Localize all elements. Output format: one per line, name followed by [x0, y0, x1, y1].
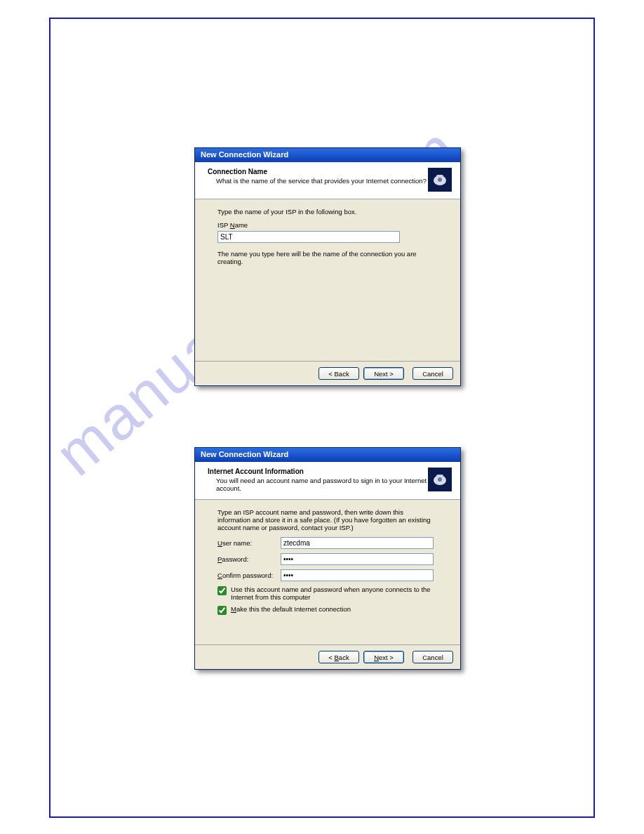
hint-text: The name you type here will be the name …: [217, 250, 438, 265]
confirm-password-input[interactable]: [281, 569, 434, 581]
password-label: Password:: [217, 555, 281, 563]
dialog-footer: < Back Next > Cancel: [195, 361, 460, 385]
svg-rect-1: [436, 175, 443, 178]
password-input[interactable]: [281, 553, 434, 565]
dialog-header: Connection Name What is the name of the …: [195, 162, 460, 199]
dialog-account-info: New Connection Wizard Internet Account I…: [194, 447, 461, 670]
header-subtitle: You will need an account name and passwo…: [216, 477, 428, 492]
header-title: Internet Account Information: [208, 468, 428, 475]
dialog-header: Internet Account Information You will ne…: [195, 462, 460, 500]
username-label: User name:: [217, 539, 281, 547]
dialog-body: Type the name of your ISP in the followi…: [195, 199, 460, 361]
page-frame: manualshive.com New Connection Wizard Co…: [49, 18, 595, 818]
default-connection-label: Make this the default Internet connectio…: [231, 605, 351, 613]
svg-point-5: [438, 477, 442, 482]
dialog-connection-name: New Connection Wizard Connection Name Wh…: [194, 147, 461, 386]
dialog-body: Type an ISP account name and password, t…: [195, 500, 460, 644]
next-button[interactable]: Next >: [363, 651, 404, 663]
default-connection-checkbox[interactable]: [217, 606, 227, 615]
wizard-icon: [428, 468, 452, 491]
next-button[interactable]: Next >: [363, 367, 404, 380]
cancel-button[interactable]: Cancel: [412, 367, 453, 380]
username-input[interactable]: [281, 537, 434, 549]
confirm-password-label: Confirm password:: [217, 571, 281, 579]
titlebar: New Connection Wizard: [195, 448, 460, 462]
svg-point-2: [438, 178, 442, 182]
dialog-footer: < Back Next > Cancel: [195, 644, 460, 669]
back-button[interactable]: < Back: [318, 367, 359, 380]
back-button[interactable]: < Back: [318, 651, 359, 663]
titlebar: New Connection Wizard: [195, 148, 460, 162]
isp-name-label: ISP Name: [217, 221, 438, 229]
use-account-label: Use this account name and password when …: [231, 585, 438, 601]
body-prompt: Type an ISP account name and password, t…: [217, 508, 438, 531]
cancel-button[interactable]: Cancel: [412, 651, 453, 663]
body-prompt: Type the name of your ISP in the followi…: [217, 208, 438, 216]
wizard-icon: [428, 168, 452, 192]
header-title: Connection Name: [208, 168, 428, 176]
use-account-checkbox[interactable]: [217, 586, 227, 595]
isp-name-input[interactable]: [217, 231, 400, 243]
header-subtitle: What is the name of the service that pro…: [216, 177, 428, 185]
svg-rect-4: [436, 475, 443, 477]
